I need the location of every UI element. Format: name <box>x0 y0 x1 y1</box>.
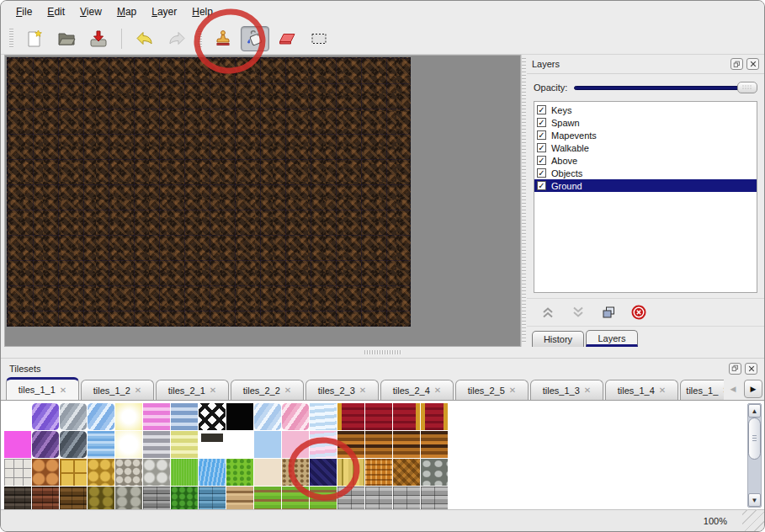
layer-row[interactable]: ✓ Keys <box>534 104 757 116</box>
tile[interactable] <box>60 403 87 430</box>
opacity-slider-track[interactable] <box>574 86 756 90</box>
tileset-tab[interactable]: tiles_1_1 ✕ <box>6 377 79 400</box>
layer-visibility-checkbox[interactable]: ✓ <box>537 118 546 127</box>
tile[interactable] <box>337 431 364 458</box>
layer-row[interactable]: ✓ Spawn <box>534 116 757 129</box>
opacity-slider[interactable] <box>574 81 757 94</box>
layer-row[interactable]: ✓ Objects <box>534 167 757 179</box>
tileset-tab[interactable]: tiles_2_5 ✕ <box>455 380 529 400</box>
scroll-tabs-right-button[interactable]: ▶ <box>744 380 762 398</box>
tile[interactable] <box>171 487 198 509</box>
scrollbar-thumb[interactable] <box>748 418 761 460</box>
tileset-tab[interactable]: tiles_2_4 ✕ <box>380 380 454 400</box>
tileset-tab[interactable]: tiles_1_2 ✕ <box>81 380 154 400</box>
tileset-tab[interactable]: tiles_1_4 ✕ <box>605 380 678 400</box>
tile[interactable] <box>88 431 114 458</box>
tileset-tab[interactable]: tiles_1_ ✕ <box>680 380 724 400</box>
menu-item[interactable]: File <box>9 3 39 20</box>
tile[interactable] <box>254 459 281 486</box>
tile[interactable] <box>171 431 198 458</box>
tileset-tab[interactable]: tiles_2_1 ✕ <box>156 380 229 400</box>
tile[interactable] <box>421 459 448 486</box>
tile[interactable] <box>32 431 59 458</box>
eraser-tool-button[interactable] <box>273 26 301 51</box>
tile[interactable] <box>337 403 364 430</box>
menu-item[interactable]: Map <box>110 3 143 20</box>
layer-row[interactable]: ✓ Ground <box>534 179 757 192</box>
layer-visibility-checkbox[interactable]: ✓ <box>537 105 546 114</box>
horizontal-splitter[interactable] <box>1 347 764 358</box>
tile[interactable] <box>88 459 114 486</box>
tile[interactable] <box>199 487 226 509</box>
tile[interactable] <box>32 459 59 486</box>
tile[interactable] <box>365 487 392 509</box>
tile[interactable] <box>254 431 281 458</box>
layer-row[interactable]: ✓ Mapevents <box>534 129 757 141</box>
close-panel-button[interactable] <box>745 363 757 375</box>
scroll-up-icon[interactable]: ▲ <box>748 404 761 418</box>
tile[interactable] <box>4 403 31 430</box>
layer-visibility-checkbox[interactable]: ✓ <box>537 143 546 152</box>
fill-tool-button[interactable] <box>241 26 269 51</box>
menu-item[interactable]: Layer <box>145 3 183 20</box>
move-layer-up-button[interactable] <box>539 304 557 321</box>
menu-item[interactable]: Help <box>185 3 220 20</box>
layer-row[interactable]: ✓ Walkable <box>534 141 757 154</box>
tile[interactable] <box>88 403 114 430</box>
tile[interactable] <box>365 431 392 458</box>
tile[interactable] <box>60 431 87 458</box>
tileset-tab[interactable]: tiles_1_3 ✕ <box>530 380 603 400</box>
splitter-grip[interactable] <box>364 350 401 354</box>
tile[interactable] <box>337 487 364 509</box>
menu-item[interactable]: Edit <box>40 3 72 20</box>
delete-layer-button[interactable] <box>630 304 648 321</box>
tile[interactable] <box>393 459 420 486</box>
tile[interactable] <box>254 487 281 509</box>
tile[interactable] <box>115 459 142 486</box>
tile[interactable] <box>282 431 309 458</box>
close-tab-icon[interactable]: ✕ <box>584 386 591 395</box>
new-file-button[interactable] <box>20 26 49 51</box>
scroll-tabs-left-button[interactable]: ◀ <box>724 380 742 398</box>
tile[interactable] <box>393 487 420 509</box>
tile[interactable] <box>310 487 337 509</box>
move-layer-down-button[interactable] <box>569 304 587 321</box>
opacity-slider-knob[interactable] <box>737 82 757 93</box>
tile[interactable] <box>282 487 309 509</box>
layer-visibility-checkbox[interactable]: ✓ <box>537 130 546 140</box>
window-resize-grip[interactable] <box>742 509 764 531</box>
tile[interactable] <box>421 431 448 458</box>
tile[interactable] <box>226 459 253 486</box>
redo-button[interactable] <box>162 26 191 51</box>
tile[interactable] <box>310 459 337 486</box>
layer-visibility-checkbox[interactable]: ✓ <box>537 156 546 165</box>
map-canvas[interactable] <box>7 57 411 327</box>
duplicate-layer-button[interactable] <box>599 304 618 321</box>
open-button[interactable] <box>52 26 81 51</box>
dock-tab[interactable]: History <box>532 331 584 347</box>
close-tab-icon[interactable]: ✕ <box>659 386 666 395</box>
tile[interactable] <box>282 459 309 486</box>
layer-row[interactable]: ✓ Above <box>534 154 757 167</box>
tile[interactable] <box>4 487 31 509</box>
tile[interactable] <box>143 459 170 486</box>
layer-visibility-checkbox[interactable]: ✓ <box>537 181 546 190</box>
tile[interactable] <box>310 431 337 458</box>
tile[interactable] <box>226 487 253 509</box>
tile[interactable] <box>393 431 420 458</box>
tile[interactable] <box>32 403 59 430</box>
tile[interactable] <box>421 487 448 509</box>
save-button[interactable] <box>84 26 113 51</box>
close-panel-button[interactable] <box>746 58 759 70</box>
tile[interactable] <box>365 403 392 430</box>
close-tab-icon[interactable]: ✕ <box>359 386 366 395</box>
float-panel-button[interactable] <box>729 363 741 375</box>
tile[interactable] <box>4 431 31 458</box>
tile[interactable] <box>199 403 226 430</box>
tile[interactable] <box>393 403 420 430</box>
tile[interactable] <box>282 403 309 430</box>
close-tab-icon[interactable]: ✕ <box>60 386 66 395</box>
tile[interactable] <box>171 459 198 486</box>
tile[interactable] <box>254 403 281 430</box>
close-tab-icon[interactable]: ✕ <box>210 386 216 395</box>
